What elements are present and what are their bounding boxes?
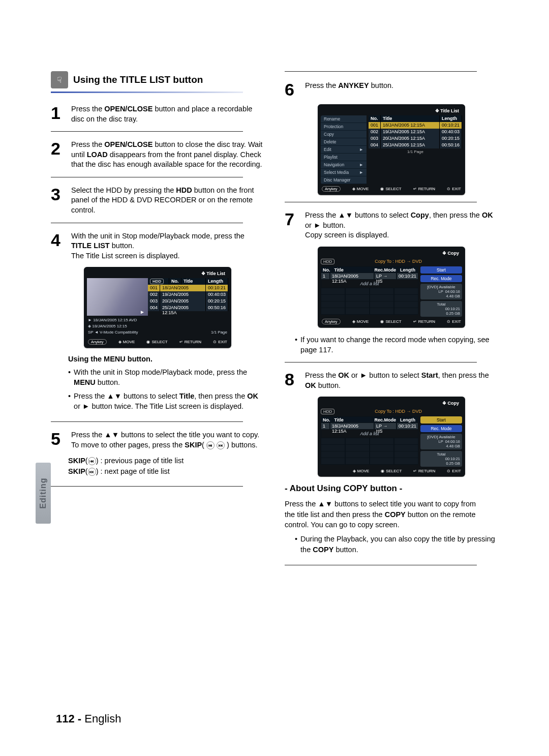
return-label: RETURN bbox=[413, 319, 435, 324]
step-5: 5 Press the ▲▼ buttons to select the tit… bbox=[51, 430, 264, 450]
info-line: SP ◄ V-Mode Compatibility bbox=[88, 329, 138, 336]
copy-subsection-title: - About Using COPY button - bbox=[285, 483, 498, 494]
separator bbox=[285, 362, 477, 362]
right-column: 6 Press the ANYKEY button. Title List Re… bbox=[285, 71, 498, 573]
osd-footer: Anykey MOVE SELECT RETURN EXIT bbox=[321, 317, 462, 324]
skip-prev-icon: ⏮ bbox=[206, 441, 215, 449]
page-number: 112 - English bbox=[56, 712, 121, 725]
osd-header: Copy bbox=[321, 250, 462, 258]
copy-bullet: During the Playback, you can also copy t… bbox=[295, 534, 498, 555]
col-length: Length bbox=[206, 278, 228, 285]
step-body: Press the ▲▼ buttons to select the title… bbox=[71, 430, 264, 450]
skip-prev-icon: ⏮ bbox=[88, 457, 96, 465]
step-body: Press the OPEN/CLOSE button to close the… bbox=[71, 140, 264, 170]
preview-thumbnail bbox=[87, 278, 148, 316]
step-7: 7 Press the ▲▼ buttons to select Copy, t… bbox=[285, 210, 498, 240]
select-label: SELECT bbox=[381, 469, 402, 473]
menu-item-edit: Edit► bbox=[321, 146, 367, 154]
step-6: 6 Press the ANYKEY button. bbox=[285, 81, 498, 98]
exit-label: EXIT bbox=[447, 187, 461, 191]
hdd-chip: HDD bbox=[321, 409, 334, 414]
step-number: 7 bbox=[285, 210, 300, 240]
osd-header: Copy bbox=[321, 400, 462, 408]
section-title: Using the TITLE LIST button bbox=[73, 74, 203, 85]
anykey-pill: Anykey bbox=[88, 339, 107, 345]
title-row: 00320/JAN/2005 12:15A00:20:15 bbox=[369, 135, 462, 142]
title-row: 00219/JAN/2005 12:15A00:40:03 bbox=[148, 291, 228, 298]
hdd-chip: HDD bbox=[321, 259, 334, 264]
menu-bullet-1: With the unit in Stop mode/Playback mode… bbox=[68, 367, 264, 388]
step-2: 2 Press the OPEN/CLOSE button to close t… bbox=[51, 140, 264, 170]
return-label: RETURN bbox=[179, 340, 201, 344]
left-column: ☟ Using the TITLE LIST button 1 Press th… bbox=[51, 71, 264, 573]
separator bbox=[51, 223, 243, 223]
total-chip: Total00:10:210.25 GB bbox=[420, 451, 462, 467]
return-label: RETURN bbox=[413, 187, 435, 191]
total-chip: Total00:10:210.25 GB bbox=[420, 301, 462, 317]
select-label: SELECT bbox=[380, 319, 401, 324]
anykey-menu-osd: Title List Rename Protection Copy Delete… bbox=[318, 104, 465, 195]
page: ☟ Using the TITLE LIST button 1 Press th… bbox=[0, 0, 549, 604]
move-label: MOVE bbox=[352, 187, 369, 191]
title-row: 00118/JAN/2005 12:15A00:10:21 bbox=[369, 122, 462, 129]
separator bbox=[51, 131, 243, 132]
step-body: Press the ANYKEY button. bbox=[305, 81, 498, 98]
step-body: With the unit in Stop mode/Playback mode… bbox=[71, 231, 264, 261]
step-body: Press the ▲▼ buttons to select Copy, the… bbox=[305, 210, 498, 240]
step-body: Press the OPEN/CLOSE button and place a … bbox=[71, 104, 264, 124]
recmode-button: Rec. Mode bbox=[420, 425, 462, 432]
separator bbox=[51, 421, 243, 422]
title-row: 00425/JAN/2005 12:15A00:50:16 bbox=[369, 142, 462, 148]
select-label: SELECT bbox=[380, 187, 401, 191]
menu-item-navigation: Navigation► bbox=[321, 161, 367, 169]
title-row: 00219/JAN/2005 12:15A00:40:03 bbox=[369, 129, 462, 135]
separator bbox=[51, 486, 243, 487]
separator bbox=[285, 565, 477, 565]
step-number: 1 bbox=[51, 104, 66, 124]
hand-pointer-icon: ☟ bbox=[51, 71, 68, 88]
select-label: SELECT bbox=[146, 340, 167, 344]
osd-header: Title List bbox=[87, 270, 228, 278]
step-number: 4 bbox=[51, 231, 66, 261]
step-number: 6 bbox=[285, 81, 300, 98]
menu-item-protection: Protection bbox=[321, 123, 367, 131]
copy-to: Copy To : HDD → DVD bbox=[334, 259, 462, 264]
col-no: No. bbox=[169, 278, 181, 285]
title-row: 00425/JAN/2005 12:15A00:50:16 bbox=[148, 305, 228, 311]
hdd-chip: HDD bbox=[148, 278, 169, 285]
menu-item-disc-manager: Disc Manager bbox=[321, 176, 367, 184]
start-button-selected: Start bbox=[420, 416, 462, 424]
step-number: 2 bbox=[51, 140, 66, 170]
osd-footer: Anykey MOVE SELECT RETURN EXIT bbox=[321, 184, 462, 192]
menu-item-rename: Rename bbox=[321, 115, 367, 123]
menu-item-select-media: Select Media► bbox=[321, 169, 367, 176]
step-3: 3 Select the HDD by pressing the HDD but… bbox=[51, 186, 264, 216]
osd-footer: Anykey MOVE SELECT RETURN EXIT bbox=[87, 337, 228, 345]
menu-subhead: Using the MENU button. bbox=[68, 355, 264, 363]
osd-footer: MOVE SELECT RETURN EXIT bbox=[321, 467, 462, 473]
menu-item-delete: Delete bbox=[321, 138, 367, 146]
skip-prev-line: SKIP(⏮) : previous page of title list bbox=[68, 457, 264, 465]
page-indicator: 1/1 Page bbox=[369, 148, 462, 155]
info-line: ◈ 18/JAN/2005 12:15 bbox=[88, 323, 227, 329]
skip-next-icon: ⏭ bbox=[88, 468, 96, 476]
title-row: 00320/JAN/2005 12:15A00:20:15 bbox=[148, 298, 228, 305]
copy-osd-1: Copy HDD Copy To : HDD → DVD No.TitleRec… bbox=[318, 247, 465, 327]
return-label: RETURN bbox=[413, 469, 435, 473]
exit-label: EXIT bbox=[447, 319, 461, 324]
move-label: MOVE bbox=[118, 340, 135, 344]
separator bbox=[285, 71, 477, 72]
copy-osd-2: Copy HDD Copy To : HDD → DVD No.TitleRec… bbox=[318, 397, 465, 476]
skip-next-line: SKIP(⏭) : next page of title list bbox=[68, 467, 264, 476]
step-number: 3 bbox=[51, 186, 66, 216]
exit-label: EXIT bbox=[447, 469, 461, 473]
col-title: Title bbox=[181, 278, 206, 285]
copy-grid: No.TitleRec.ModeLength 118/JAN/2005 12:1… bbox=[321, 266, 418, 317]
info-line: ► 18/JAN/2005 12:15 AVD bbox=[88, 317, 227, 323]
copy-row: 118/JAN/2005 12:15ALP → HS00:10:21 bbox=[321, 423, 418, 430]
separator bbox=[285, 202, 477, 202]
copy-paragraph: Press the ▲▼ buttons to select title you… bbox=[285, 499, 488, 530]
step-4: 4 With the unit in Stop mode/Playback mo… bbox=[51, 231, 264, 261]
menu-bullet-2: Press the ▲▼ buttons to select Title, th… bbox=[68, 391, 264, 412]
skip-next-icon: ⏭ bbox=[217, 441, 225, 449]
